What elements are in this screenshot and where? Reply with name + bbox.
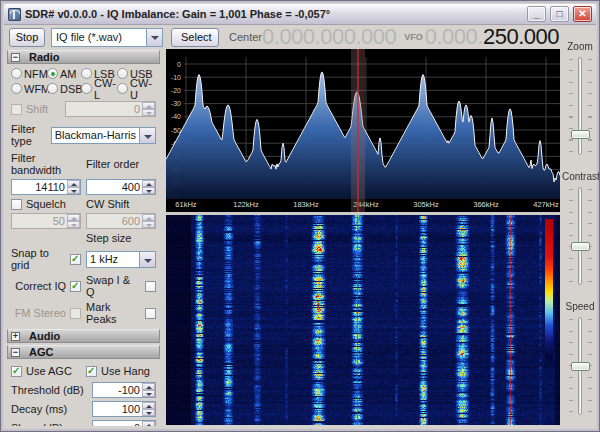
- stop-button[interactable]: Stop: [9, 28, 45, 47]
- filter-bandwidth-input[interactable]: 14110: [11, 179, 81, 195]
- filter-order-input[interactable]: 400: [86, 179, 156, 195]
- spin-down-icon[interactable]: [142, 109, 155, 116]
- contrast-slider-thumb[interactable]: [571, 242, 590, 251]
- squelch-input[interactable]: 50: [11, 213, 81, 229]
- radio-button[interactable]: [117, 83, 128, 94]
- maximize-button[interactable]: □: [550, 6, 569, 22]
- squelch-spinner[interactable]: [67, 214, 80, 228]
- waterfall-display[interactable]: [166, 215, 560, 425]
- contrast-slider[interactable]: Contrast: [562, 171, 598, 301]
- spectrum-display[interactable]: 0-10-20-30-40-50-60-70-80-90-10061kHz122…: [166, 49, 560, 212]
- spin-down-icon[interactable]: [142, 221, 155, 228]
- agc-slope-input[interactable]: 0: [92, 420, 156, 426]
- shift-checkbox-row[interactable]: Shift: [11, 103, 48, 115]
- agc-slope-spinner[interactable]: [142, 421, 155, 426]
- spin-down-icon[interactable]: [142, 390, 155, 397]
- agc-decay-spinner[interactable]: [142, 402, 155, 416]
- radio-button[interactable]: [11, 83, 22, 94]
- collapse-icon[interactable]: −: [11, 53, 20, 62]
- vfo-frequency-display[interactable]: 0.000.250.000: [425, 24, 559, 50]
- filter-bandwidth-spinner[interactable]: [67, 180, 80, 194]
- mode-wfm[interactable]: WFM: [11, 82, 47, 95]
- agc-threshold-spinner[interactable]: [142, 383, 155, 397]
- radio-button[interactable]: [47, 68, 58, 79]
- select-file-button[interactable]: Select: [171, 28, 219, 47]
- filter-order-spinner[interactable]: [142, 180, 155, 194]
- agc-threshold-input[interactable]: -100: [92, 382, 156, 398]
- chevron-down-icon[interactable]: [139, 252, 155, 267]
- mode-cw-l[interactable]: CW-L: [81, 82, 117, 95]
- zoom-slider-track[interactable]: [578, 57, 582, 155]
- vfo-frequency-gray-digits[interactable]: 0.000.: [425, 24, 483, 49]
- agc-decay-input[interactable]: 100: [92, 401, 156, 417]
- spectrum-plot[interactable]: 0-10-20-30-40-50-60-70-80-90-10061kHz122…: [166, 49, 560, 212]
- panel-header-radio[interactable]: − Radio: [7, 50, 160, 64]
- mode-dsb[interactable]: DSB: [47, 82, 81, 95]
- fm-stereo-checkbox[interactable]: [70, 308, 81, 319]
- use-hang-row[interactable]: Use Hang: [86, 365, 156, 377]
- source-select[interactable]: IQ file (*.wav): [51, 28, 163, 47]
- radio-button[interactable]: [47, 83, 58, 94]
- swap-iq-checkbox[interactable]: [145, 281, 156, 292]
- spin-down-icon[interactable]: [67, 221, 80, 228]
- spin-up-icon[interactable]: [142, 383, 155, 390]
- cw-shift-input[interactable]: 600: [86, 213, 156, 229]
- use-hang-checkbox[interactable]: [86, 366, 97, 377]
- contrast-slider-track[interactable]: [578, 187, 582, 285]
- spin-up-icon[interactable]: [142, 402, 155, 409]
- spin-down-icon[interactable]: [142, 187, 155, 194]
- mode-am[interactable]: AM: [47, 67, 81, 80]
- spin-down-icon[interactable]: [142, 409, 155, 416]
- shift-input[interactable]: 0: [65, 101, 156, 117]
- cw-shift-spinner[interactable]: [142, 214, 155, 228]
- correct-iq-row[interactable]: Correct IQ: [11, 280, 81, 292]
- filter-type-select[interactable]: Blackman-Harris: [51, 127, 156, 144]
- chevron-down-icon[interactable]: [146, 29, 162, 46]
- fm-stereo-row[interactable]: FM Stereo: [11, 307, 81, 319]
- spin-up-icon[interactable]: [67, 214, 80, 221]
- svg-text:183kHz: 183kHz: [293, 200, 319, 209]
- shift-spinner[interactable]: [142, 102, 155, 116]
- radio-button[interactable]: [11, 68, 22, 79]
- spin-up-icon[interactable]: [142, 421, 155, 426]
- speed-slider-thumb[interactable]: [571, 362, 590, 371]
- panel-header-audio[interactable]: + Audio: [7, 329, 160, 343]
- step-size-select[interactable]: 1 kHz: [86, 251, 156, 268]
- squelch-checkbox[interactable]: [11, 199, 22, 210]
- mark-peaks-checkbox[interactable]: [145, 308, 156, 319]
- collapse-icon[interactable]: +: [11, 332, 20, 341]
- radio-button[interactable]: [81, 83, 92, 94]
- collapse-icon[interactable]: −: [11, 348, 20, 357]
- use-agc-row[interactable]: Use AGC: [11, 365, 81, 377]
- spin-up-icon[interactable]: [67, 180, 80, 187]
- waterfall-canvas[interactable]: [166, 215, 560, 425]
- panel-header-agc[interactable]: − AGC: [7, 345, 160, 359]
- minimize-button[interactable]: _: [527, 6, 546, 22]
- snap-to-grid-row[interactable]: Snap to grid: [11, 247, 81, 271]
- mark-peaks-row[interactable]: Mark Peaks: [86, 301, 156, 325]
- close-button[interactable]: ✕: [573, 6, 592, 22]
- snap-to-grid-checkbox[interactable]: [70, 254, 81, 265]
- mode-cw-u[interactable]: CW-U: [117, 82, 156, 95]
- zoom-slider[interactable]: Zoom: [562, 41, 598, 171]
- spin-up-icon[interactable]: [142, 214, 155, 221]
- radio-button[interactable]: [117, 68, 128, 79]
- filter-type-value: Blackman-Harris: [52, 128, 139, 143]
- filter-type-label: Filter type: [11, 123, 46, 147]
- vfo-frequency-active-digits[interactable]: 250.000: [483, 24, 559, 49]
- use-agc-checkbox[interactable]: [11, 366, 22, 377]
- shift-checkbox[interactable]: [11, 104, 22, 115]
- squelch-checkbox-row[interactable]: Squelch: [11, 198, 81, 210]
- radio-button[interactable]: [81, 68, 92, 79]
- title-bar[interactable]: SDR# v0.0.0.0 - IQ Imbalance: Gain = 1,0…: [4, 4, 596, 25]
- spin-down-icon[interactable]: [67, 187, 80, 194]
- mode-nfm[interactable]: NFM: [11, 67, 47, 80]
- speed-slider[interactable]: Speed: [562, 301, 598, 431]
- spin-up-icon[interactable]: [142, 180, 155, 187]
- swap-iq-row[interactable]: Swap I & Q: [86, 274, 156, 298]
- center-frequency-display[interactable]: 0.000.000.000: [262, 24, 396, 50]
- correct-iq-checkbox[interactable]: [70, 281, 81, 292]
- spin-up-icon[interactable]: [142, 102, 155, 109]
- zoom-slider-thumb[interactable]: [571, 130, 590, 139]
- chevron-down-icon[interactable]: [139, 128, 155, 143]
